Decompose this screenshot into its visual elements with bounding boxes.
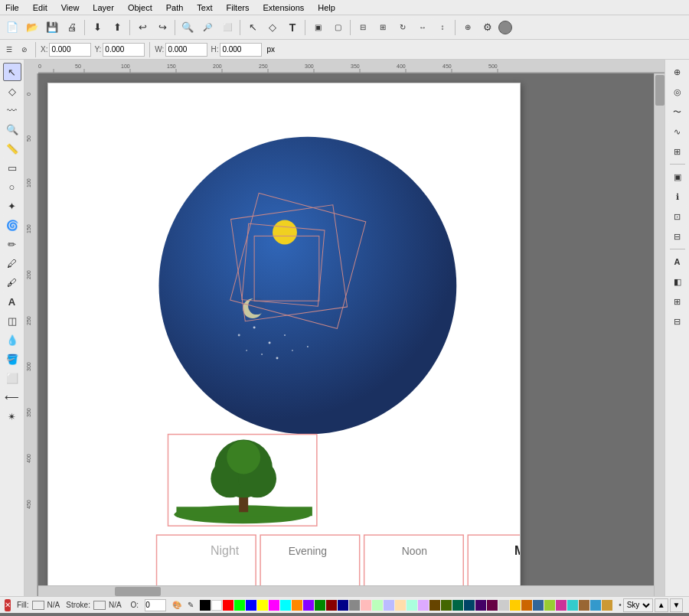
export-button[interactable]: ⬆ bbox=[108, 18, 126, 37]
menu-filters[interactable]: Filters bbox=[224, 3, 252, 12]
stroke-swatch[interactable] bbox=[93, 601, 106, 610]
open-button[interactable]: 📂 bbox=[23, 18, 41, 37]
zoom-tool-btn[interactable]: 🔍 bbox=[3, 120, 21, 139]
object-props-btn[interactable]: ℹ bbox=[668, 187, 687, 206]
palette-navy[interactable] bbox=[464, 600, 475, 611]
redo-button[interactable]: ↪ bbox=[153, 18, 171, 37]
palette-indigo[interactable] bbox=[475, 600, 486, 611]
x-button[interactable]: ✕ bbox=[5, 599, 11, 611]
palette-cyan[interactable] bbox=[280, 600, 291, 611]
palette-dark-red[interactable] bbox=[326, 600, 337, 611]
w-input[interactable] bbox=[165, 43, 207, 57]
zoom-out-button[interactable]: 🔎 bbox=[198, 18, 217, 37]
fill-stroke-btn[interactable]: ▣ bbox=[668, 168, 687, 186]
palette-blue[interactable] bbox=[246, 600, 256, 611]
grid-icon[interactable]: ⊞ bbox=[668, 142, 687, 161]
rect-btn[interactable]: ▭ bbox=[3, 158, 21, 177]
palette-teal[interactable] bbox=[452, 600, 463, 611]
scrollbar-thumb[interactable] bbox=[655, 75, 665, 106]
palette-orange[interactable] bbox=[292, 600, 302, 611]
palette-brown[interactable] bbox=[429, 600, 440, 611]
menu-path[interactable]: Path bbox=[164, 3, 186, 12]
menu-layer[interactable]: Layer bbox=[90, 3, 116, 12]
layer-select[interactable]: Sky bbox=[623, 598, 653, 612]
palette-magenta[interactable] bbox=[269, 600, 279, 611]
layer-down-btn[interactable]: ▼ bbox=[670, 598, 684, 612]
palette-sky[interactable] bbox=[590, 600, 601, 611]
menu-object[interactable]: Object bbox=[126, 3, 155, 12]
palette-copper[interactable] bbox=[521, 600, 532, 611]
palette-lime[interactable] bbox=[234, 600, 245, 611]
ungroup-button[interactable]: ▢ bbox=[328, 18, 347, 37]
dropper-btn[interactable]: 💧 bbox=[3, 331, 21, 349]
palette-black[interactable] bbox=[200, 600, 211, 611]
palette-mint[interactable] bbox=[407, 600, 417, 611]
flip-h-button[interactable]: ↔ bbox=[413, 18, 432, 37]
palette-steel[interactable] bbox=[533, 600, 544, 611]
snap-toggle[interactable]: ⊘ bbox=[18, 44, 31, 56]
menu-view[interactable]: View bbox=[59, 3, 82, 12]
snap-button[interactable]: ⊕ bbox=[459, 18, 477, 37]
menu-extensions[interactable]: Extensions bbox=[260, 3, 306, 12]
color-button[interactable] bbox=[498, 21, 512, 34]
scrollbar-vertical[interactable] bbox=[654, 73, 665, 596]
palette-maroon[interactable] bbox=[487, 600, 498, 611]
paint-btn[interactable]: 🪣 bbox=[3, 350, 21, 368]
undo-button[interactable]: ↩ bbox=[133, 18, 152, 37]
path-icon[interactable]: 〜 bbox=[668, 103, 687, 121]
layer-up-btn[interactable]: ▲ bbox=[655, 598, 668, 612]
palette-red[interactable] bbox=[223, 600, 233, 611]
spiral-btn[interactable]: 🌀 bbox=[3, 216, 21, 234]
align-dialog-btn[interactable]: ⊟ bbox=[668, 227, 687, 246]
transform-button[interactable]: ⊞ bbox=[374, 18, 392, 37]
path2-icon[interactable]: ∿ bbox=[668, 122, 687, 141]
star-btn[interactable]: ✦ bbox=[3, 197, 21, 215]
callig-btn[interactable]: 🖋 bbox=[3, 273, 21, 292]
connector-btn[interactable]: ⟵ bbox=[3, 388, 21, 406]
x-input[interactable] bbox=[49, 43, 91, 57]
text-btn[interactable]: A bbox=[3, 292, 21, 311]
text-tool[interactable]: T bbox=[283, 18, 302, 37]
zoom-in-button[interactable]: 🔍 bbox=[178, 18, 197, 37]
node-edit-btn[interactable]: ◇ bbox=[3, 82, 21, 100]
palette-olive[interactable] bbox=[441, 600, 452, 611]
palette-turquoise[interactable] bbox=[567, 600, 578, 611]
y-input[interactable] bbox=[103, 43, 145, 57]
grid-dialog-btn[interactable]: ⊞ bbox=[668, 292, 687, 311]
measure-btn[interactable]: 📏 bbox=[3, 139, 21, 158]
palette-tan[interactable] bbox=[579, 600, 589, 611]
eraser-btn[interactable]: ⬜ bbox=[3, 369, 21, 387]
palette-white[interactable] bbox=[211, 600, 222, 611]
new-button[interactable]: 📄 bbox=[3, 18, 21, 37]
scrollbar-h-thumb[interactable] bbox=[115, 587, 161, 596]
save-button[interactable]: 💾 bbox=[43, 18, 61, 37]
select-tool[interactable]: ↖ bbox=[243, 18, 262, 37]
palette-lavender[interactable] bbox=[418, 600, 429, 611]
pen-btn[interactable]: 🖊 bbox=[3, 254, 21, 272]
node-icon[interactable]: ◎ bbox=[668, 83, 687, 101]
menu-file[interactable]: File bbox=[3, 3, 21, 12]
align-button[interactable]: ⊟ bbox=[354, 18, 372, 37]
canvas-page[interactable]: Night Evening Noon Morning bbox=[47, 83, 521, 588]
palette-purple[interactable] bbox=[303, 600, 314, 611]
flip-v-button[interactable]: ↕ bbox=[433, 18, 452, 37]
palette-hot-pink[interactable] bbox=[556, 600, 567, 611]
snap-icon[interactable]: ⊕ bbox=[668, 63, 687, 81]
palette-green[interactable] bbox=[315, 600, 325, 611]
menu-help[interactable]: Help bbox=[315, 3, 338, 12]
palette-yellow[interactable] bbox=[257, 600, 268, 611]
spray-btn[interactable]: ✴ bbox=[3, 407, 21, 425]
canvas-area[interactable]: 0 50 100 150 200 250 300 350 400 450 500 bbox=[24, 60, 665, 596]
scrollbar-horizontal[interactable] bbox=[38, 585, 654, 596]
palette-gray[interactable] bbox=[349, 600, 360, 611]
node-dialog-btn[interactable]: ⊟ bbox=[668, 312, 687, 331]
palette-dark-blue[interactable] bbox=[338, 600, 348, 611]
palette-peach[interactable] bbox=[395, 600, 406, 611]
fill-swatch[interactable] bbox=[32, 601, 44, 610]
palette-pink[interactable] bbox=[361, 600, 371, 611]
tweak-btn[interactable]: 〰 bbox=[3, 101, 21, 119]
palette-silver[interactable] bbox=[498, 600, 509, 611]
menu-text[interactable]: Text bbox=[194, 3, 214, 12]
import-button[interactable]: ⬇ bbox=[88, 18, 106, 37]
settings-button[interactable]: ⚙ bbox=[478, 18, 497, 37]
